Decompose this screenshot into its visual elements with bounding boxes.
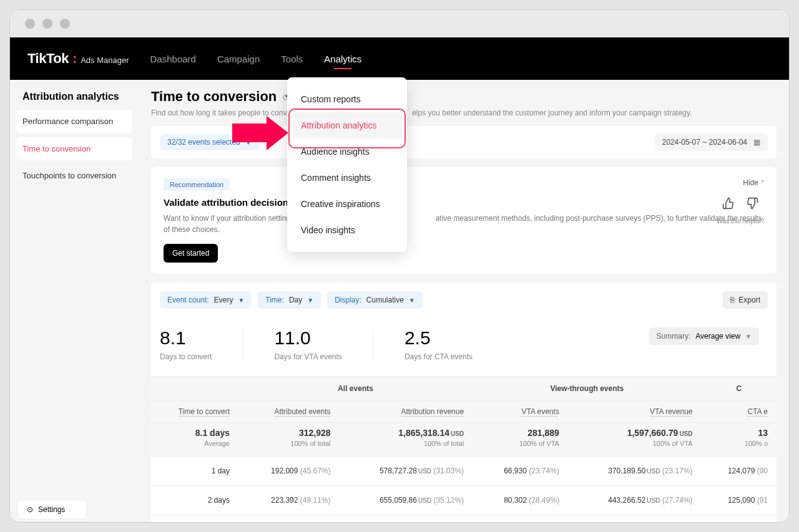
stat-value: 11.0	[274, 327, 342, 349]
event-count-label: Event count:	[167, 296, 209, 304]
event-count-filter[interactable]: Event count: Every ▼	[160, 291, 252, 309]
get-started-button[interactable]: Get started	[164, 244, 218, 263]
sidebar-item-performance[interactable]: Performance comparison	[16, 110, 132, 133]
sum-ve: 281,889	[527, 428, 559, 438]
summary-value: Average view	[695, 332, 740, 341]
brand-accent: :	[72, 51, 77, 67]
chevron-up-icon: ˄	[761, 180, 764, 186]
chevron-down-icon: ▼	[745, 333, 752, 340]
thumbs-down-icon[interactable]	[746, 197, 758, 213]
chevron-down-icon: ▼	[238, 297, 244, 304]
traffic-light-dot	[42, 19, 52, 29]
sum-vr-sub: 100% of VTA	[577, 440, 693, 447]
brand: TikTok: Ads Manager	[27, 51, 129, 67]
nav-analytics[interactable]: Analytics	[324, 40, 361, 78]
export-label: Export	[738, 296, 760, 304]
sum-ar: 1,865,318.14	[398, 428, 449, 438]
conversion-table: All events View-through events C Time to…	[151, 376, 777, 522]
col-group-vta: View-through events	[473, 377, 701, 401]
usd-label: USD	[679, 430, 692, 437]
recommendation-tag: Recommendation	[164, 178, 230, 191]
col-group-cta: C	[702, 377, 777, 401]
table-row: 2 days223,392 (49.11%)655,059.86USD (35.…	[151, 486, 777, 515]
analytics-dropdown: Custom reports Attribution analytics Aud…	[287, 77, 407, 252]
time-filter[interactable]: Time: Day ▼	[258, 291, 321, 309]
sum-ce: 13	[758, 428, 768, 438]
stat-label: Days for CTA events	[404, 352, 473, 361]
settings-label: Settings	[38, 505, 65, 514]
dropdown-item-comment-insights[interactable]: Comment insights	[292, 165, 402, 191]
thumbs-up-icon[interactable]	[722, 197, 735, 213]
traffic-light-dot	[25, 19, 35, 29]
sum-ae: 312,928	[299, 428, 331, 438]
dropdown-item-creative-inspirations[interactable]: Creative inspirations	[292, 191, 402, 217]
window-titlebar	[10, 10, 789, 37]
top-nav: TikTok: Ads Manager Dashboard Campaign T…	[10, 37, 789, 80]
sidebar-item-touchpoints[interactable]: Touchpoints to conversion	[16, 164, 132, 188]
sidebar: Attribution analytics Performance compar…	[10, 80, 139, 522]
recommendation-card: Recommendation Hide ˄ Validate attributi…	[151, 167, 777, 274]
arrow-annotation-icon	[232, 116, 288, 150]
col-ve[interactable]: VTA events	[521, 407, 559, 416]
hide-button[interactable]: Hide ˄	[743, 178, 764, 187]
display-filter[interactable]: Display: Cumulative ▼	[327, 291, 423, 309]
stat-label: Days to convert	[160, 352, 212, 361]
sum-ve-sub: 100% of VTA	[481, 440, 559, 447]
summary-label: Summary:	[657, 332, 691, 341]
nav-dashboard[interactable]: Dashboard	[150, 40, 196, 78]
date-range-label: 2024-05-07 ~ 2024-06-04	[662, 138, 747, 147]
page-description-b: elps you better understand the customer …	[412, 109, 692, 117]
nav-tools[interactable]: Tools	[281, 40, 303, 78]
dropdown-item-attribution-analytics[interactable]: Attribution analytics	[292, 112, 402, 138]
export-button[interactable]: ⎘ Export	[723, 291, 768, 309]
sum-ae-sub: 100% of total	[247, 440, 331, 447]
sum-ce-sub: 100% o	[710, 440, 768, 447]
col-ae[interactable]: Attributed events	[274, 407, 330, 416]
dropdown-item-audience-insights[interactable]: Audience insights	[292, 138, 402, 165]
recommendation-title-text: Validate attribution decisions	[164, 197, 293, 208]
events-filter-label: 32/32 events selected	[167, 138, 240, 147]
recommendation-description: Want to know if your attribution setting…	[164, 213, 764, 235]
time-label: Time:	[265, 296, 284, 304]
summary-selector[interactable]: Summary: Average view ▼	[649, 327, 759, 345]
stat-value: 2.5	[404, 327, 473, 349]
usd-label: USD	[451, 430, 464, 437]
page-title: Time to conversion	[151, 89, 277, 105]
nav-campaign[interactable]: Campaign	[217, 40, 260, 78]
settings-button[interactable]: ⊙ Settings	[17, 500, 87, 520]
chevron-down-icon: ▼	[409, 297, 415, 304]
reco-desc-a: Want to know if your attribution setting…	[164, 214, 300, 223]
traffic-light-dot	[60, 19, 70, 29]
sum-ar-sub: 100% of total	[348, 440, 464, 447]
stat-value: 8.1	[160, 327, 212, 349]
display-value: Cumulative	[366, 296, 404, 304]
date-range-picker[interactable]: 2024-05-07 ~ 2024-06-04 ▦	[655, 133, 768, 151]
export-icon: ⎘	[730, 296, 735, 304]
stat-days-to-convert: 8.1 Days to convert	[160, 327, 274, 361]
chevron-down-icon: ▼	[307, 297, 313, 304]
stat-cta-days: 2.5 Days for CTA events	[404, 327, 535, 361]
helpful-label: Was this helpful?	[717, 218, 764, 225]
sum-ttc: 8.1 days	[195, 428, 230, 438]
event-count-value: Every	[214, 296, 233, 304]
sidebar-item-time-to-conversion[interactable]: Time to conversion	[16, 137, 132, 161]
col-vr[interactable]: VTA revenue	[650, 407, 692, 416]
brand-subtitle: Ads Manager	[81, 56, 129, 65]
sum-ttc-sub: Average	[160, 440, 230, 447]
col-ar[interactable]: Attribution revenue	[401, 407, 464, 416]
data-card: Event count: Every ▼ Time: Day ▼ Display…	[151, 283, 777, 522]
col-group-all: All events	[238, 377, 473, 401]
display-label: Display:	[335, 296, 361, 304]
table-row: 1 day192,009 (45.67%)578,727.28USD (31.0…	[151, 457, 777, 486]
table-row: 3 days238,552 (52.25%)725,842.28USD (38.…	[151, 515, 777, 523]
col-ce[interactable]: CTA e	[748, 407, 768, 416]
time-value: Day	[289, 296, 302, 304]
dropdown-item-custom-reports[interactable]: Custom reports	[292, 86, 402, 112]
stat-vta-days: 11.0 Days for VTA events	[274, 327, 404, 361]
sidebar-title: Attribution analytics	[16, 91, 132, 110]
helpful-widget: Was this helpful?	[717, 197, 764, 225]
calendar-icon: ▦	[753, 138, 760, 147]
dropdown-item-video-insights[interactable]: Video insights	[292, 217, 402, 243]
gear-icon: ⊙	[27, 505, 33, 514]
col-ttc[interactable]: Time to convert	[179, 407, 230, 416]
